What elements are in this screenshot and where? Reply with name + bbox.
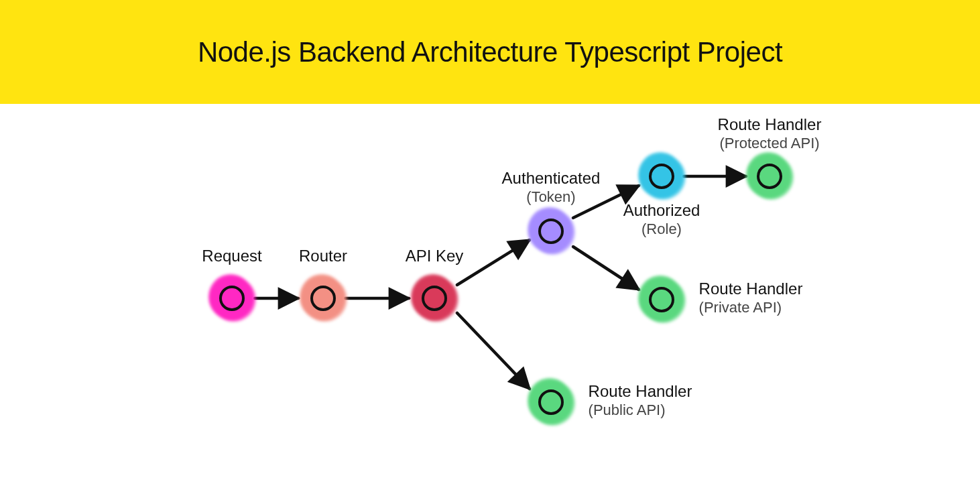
label-route-protected: Route Handler (Protected API) xyxy=(718,115,822,152)
node-route-protected xyxy=(747,154,792,198)
node-authenticated xyxy=(529,209,573,253)
node-route-public xyxy=(529,380,573,424)
arrows-layer xyxy=(0,104,980,490)
node-authorized xyxy=(639,154,684,198)
diagram-canvas: Request Router API Key Authenticated (To… xyxy=(0,104,980,490)
label-route-private: Route Handler (Private API) xyxy=(699,280,803,316)
label-apikey: API Key xyxy=(406,247,464,266)
node-route-private xyxy=(639,278,684,322)
label-router: Router xyxy=(299,247,347,266)
label-authenticated: Authenticated (Token) xyxy=(502,169,601,206)
svg-line-3 xyxy=(457,313,530,389)
node-apikey xyxy=(412,276,456,320)
svg-line-2 xyxy=(457,240,530,285)
title-banner: Node.js Backend Architecture Typescript … xyxy=(0,0,980,104)
node-request xyxy=(210,276,254,320)
label-request: Request xyxy=(202,247,261,266)
node-router xyxy=(301,276,345,320)
page-title: Node.js Backend Architecture Typescript … xyxy=(198,36,782,68)
label-authorized: Authorized (Role) xyxy=(623,201,700,238)
svg-line-5 xyxy=(573,247,639,290)
label-route-public: Route Handler (Public API) xyxy=(589,382,692,419)
